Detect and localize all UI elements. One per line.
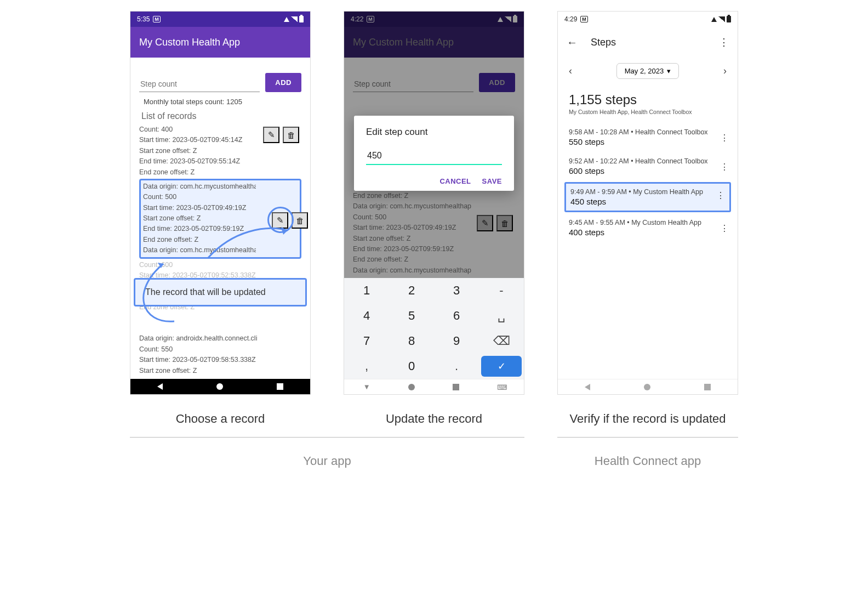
dialog-input[interactable]	[366, 147, 502, 165]
key-4[interactable]: 4	[344, 303, 389, 328]
record-3b: Data origin: androidx.health.connect.cli…	[139, 333, 301, 376]
step-count-input[interactable]	[139, 76, 260, 92]
key-dash[interactable]: -	[479, 278, 524, 303]
status-time: 5:35	[137, 15, 150, 23]
record-origin: Data origin: com.hc.mycustomhealthapp	[143, 245, 256, 256]
add-button[interactable]: ADD	[265, 73, 301, 92]
numeric-keypad: 1 2 3 - 4 5 6 ␣ 7 8 9 ⌫ , 0 . ✓	[344, 278, 524, 379]
nav-recent-icon[interactable]	[453, 384, 459, 390]
nav-recent-icon[interactable]	[277, 383, 283, 390]
record-szone: Start zone offset: Z	[139, 366, 258, 376]
entry-2[interactable]: 9:52 AM - 10:22 AM • Health Connect Tool…	[558, 152, 738, 181]
key-backspace[interactable]: ⌫	[479, 328, 524, 354]
record-origin: Data origin: com.hc.mycustomhealthapp	[143, 181, 256, 192]
record-count: Count: 500	[143, 192, 256, 202]
stage: 5:35 M My Custom Health App ADD Monthly …	[11, 11, 857, 427]
key-0[interactable]: 0	[389, 354, 434, 379]
next-day-icon[interactable]: ›	[723, 65, 727, 77]
mail-icon: M	[153, 16, 161, 22]
record-count: Count: 600	[139, 260, 258, 270]
record-1: Count: 400 Start time: 2023-05-02T09:45:…	[139, 124, 301, 178]
key-period[interactable]: .	[434, 354, 479, 379]
entry-1[interactable]: 9:58 AM - 10:28 AM • Health Connect Tool…	[558, 123, 738, 152]
entry-more-icon[interactable]: ⋮	[720, 223, 729, 234]
battery-icon	[727, 16, 731, 22]
phone-3: 4:29 M ← Steps ⋮ ‹ May 2, 2023 ▾	[557, 11, 738, 395]
entry-value: 400 steps	[569, 228, 727, 237]
nav-back-icon[interactable]	[157, 383, 163, 390]
key-space[interactable]: ␣	[479, 303, 524, 328]
key-done[interactable]: ✓	[481, 356, 522, 377]
page-title: Steps	[591, 37, 616, 48]
wifi-icon	[284, 17, 289, 22]
date-picker[interactable]: May 2, 2023 ▾	[616, 63, 679, 79]
annotation-callout: The record that will be updated	[134, 278, 307, 306]
battery-icon	[299, 16, 304, 22]
entry-value: 550 steps	[569, 137, 727, 146]
dropdown-icon: ▾	[667, 67, 671, 75]
nav-bar	[558, 379, 738, 394]
key-9[interactable]: 9	[434, 328, 479, 354]
signal-icon	[291, 16, 298, 22]
record-ezone: End zone offset: Z	[143, 235, 256, 245]
record-count: Count: 400	[139, 124, 258, 135]
cancel-button[interactable]: CANCEL	[439, 177, 471, 185]
record-origin: Data origin: androidx.health.connect.cli…	[139, 333, 258, 344]
caption-3: Verify if the record is updated	[570, 411, 726, 427]
more-icon[interactable]: ⋮	[719, 37, 729, 47]
delete-icon[interactable]: 🗑	[292, 212, 308, 229]
back-icon[interactable]: ←	[567, 36, 578, 49]
prev-day-icon[interactable]: ‹	[569, 65, 572, 77]
key-3[interactable]: 3	[434, 278, 479, 303]
sub-caption-left: Your app	[130, 454, 524, 468]
column-3: 4:29 M ← Steps ⋮ ‹ May 2, 2023 ▾	[557, 11, 738, 427]
key-6[interactable]: 6	[434, 303, 479, 328]
record-count: Count: 550	[139, 344, 258, 355]
dialog-title: Edit step count	[366, 127, 502, 138]
entry-more-icon[interactable]: ⋮	[720, 162, 729, 172]
nav-keyboard-icon[interactable]: ⌨	[497, 383, 505, 391]
save-button[interactable]: SAVE	[482, 177, 502, 185]
sub-caption-right: Health Connect app	[557, 454, 738, 468]
nav-home-icon[interactable]	[216, 383, 223, 390]
record-start: Start time: 2023-05-02T09:49:19Z	[143, 203, 256, 213]
key-2[interactable]: 2	[389, 278, 434, 303]
list-header: List of records	[141, 111, 301, 121]
record-ezone: End zone offset: Z	[139, 167, 258, 178]
key-8[interactable]: 8	[389, 328, 434, 354]
entry-4[interactable]: 9:45 AM - 9:55 AM • My Custom Health App…	[558, 213, 738, 242]
record-end: End time: 2023-05-02T09:59:19Z	[143, 224, 256, 234]
caption-2: Update the record	[386, 411, 482, 427]
edit-icon[interactable]: ✎	[263, 127, 279, 143]
nav-home-icon[interactable]	[408, 384, 415, 390]
record-start: Start time: 2023-05-02T09:45:14Z	[139, 135, 258, 145]
entry-more-icon[interactable]: ⋮	[716, 190, 725, 201]
edit-icon[interactable]: ✎	[272, 212, 288, 229]
column-2: 4:22 M My Custom Health App ADD	[344, 11, 524, 427]
entry-time: 9:52 AM - 10:22 AM • Health Connect Tool…	[569, 157, 727, 165]
nav-back-icon[interactable]	[585, 384, 590, 390]
key-1[interactable]: 1	[344, 278, 389, 303]
entry-more-icon[interactable]: ⋮	[720, 133, 729, 143]
status-bar: 4:29 M	[558, 12, 738, 27]
app-bar: ← Steps ⋮	[558, 27, 738, 58]
key-comma[interactable]: ,	[344, 354, 389, 379]
edit-dialog: Edit step count CANCEL SAVE	[354, 116, 514, 191]
record-end: End time: 2023-05-02T09:55:14Z	[139, 156, 258, 167]
key-7[interactable]: 7	[344, 328, 389, 354]
sources-label: My Custom Health App, Health Connect Too…	[569, 109, 727, 115]
key-5[interactable]: 5	[389, 303, 434, 328]
nav-bar	[130, 379, 310, 394]
nav-back-icon[interactable]: ▼	[363, 383, 370, 391]
wifi-icon	[711, 17, 717, 22]
status-bar: 5:35 M	[130, 12, 310, 27]
nav-bar: ▼ ⌨	[344, 379, 524, 394]
record-szone: Start zone offset: Z	[139, 146, 258, 156]
entry-3-highlighted[interactable]: 9:49 AM - 9:59 AM • My Custom Health App…	[564, 182, 731, 212]
nav-recent-icon[interactable]	[704, 384, 711, 390]
mail-icon: M	[580, 16, 588, 22]
content: ADD Monthly total steps count: 1205 List…	[130, 58, 310, 383]
delete-icon[interactable]: 🗑	[283, 127, 299, 143]
divider-left	[130, 437, 524, 438]
nav-home-icon[interactable]	[644, 384, 650, 390]
